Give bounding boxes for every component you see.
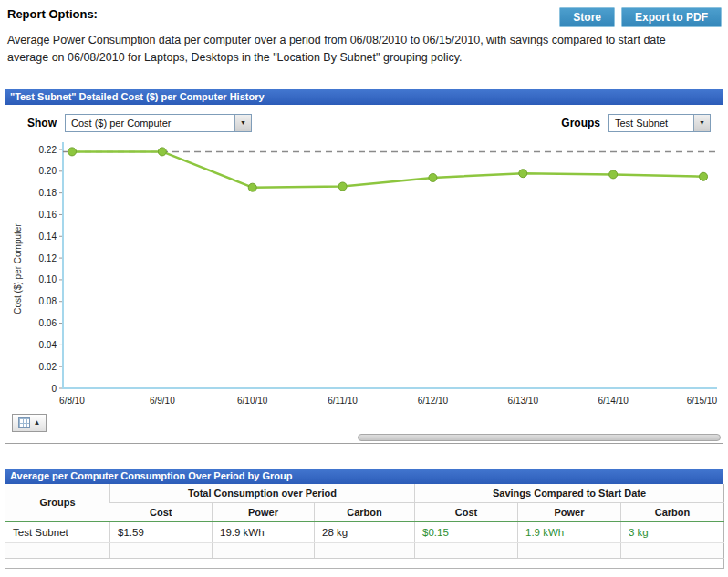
chart-horizontal-scrollbar[interactable] [358, 434, 721, 441]
svg-text:6/11/10: 6/11/10 [328, 396, 358, 406]
chevron-down-icon[interactable]: ▼ [693, 115, 710, 131]
table-icon [18, 417, 30, 428]
groups-column-header: Groups [5, 484, 110, 522]
table-header-row-groups: Groups Total Consumption over Period Sav… [5, 484, 724, 503]
svg-text:0.14: 0.14 [39, 232, 57, 242]
svg-text:6/14/10: 6/14/10 [598, 396, 629, 406]
savings-carbon-header: Carbon [621, 502, 724, 521]
show-select[interactable]: Cost ($) per Computer ▼ [65, 114, 252, 132]
savings-header: Savings Compared to Start Date [415, 484, 724, 503]
savings-cost-header: Cost [415, 502, 518, 521]
svg-text:6/9/10: 6/9/10 [150, 396, 175, 406]
consumption-summary-table: Groups Total Consumption over Period Sav… [5, 484, 724, 569]
report-page: Report Options: Store Export to PDF Aver… [0, 0, 728, 569]
table-bottom-strip [5, 558, 724, 568]
groups-label: Groups [561, 117, 600, 129]
chart-section-title: "Test Subnet" Detailed Cost ($) per Comp… [10, 91, 265, 102]
table-section-header: Average per Computer Consumption Over Pe… [5, 469, 723, 484]
groups-select-value: Test Subnet [609, 118, 693, 129]
svg-text:0.06: 0.06 [39, 318, 57, 328]
svg-text:Cost ($) per Computer: Cost ($) per Computer [13, 222, 23, 314]
total-carbon-header: Carbon [315, 502, 415, 521]
group-name-cell: Test Subnet [5, 521, 110, 542]
report-description: Average Power Consumption data per compu… [7, 32, 684, 67]
svg-text:6/12/10: 6/12/10 [418, 396, 449, 406]
groups-select[interactable]: Test Subnet ▼ [608, 114, 711, 132]
store-button[interactable]: Store [559, 7, 615, 27]
svg-text:0.20: 0.20 [39, 166, 57, 176]
show-label: Show [27, 117, 57, 129]
table-section-title: Average per Computer Consumption Over Pe… [10, 470, 292, 481]
total-cost-header: Cost [110, 502, 213, 521]
savings-carbon-cell: 3 kg [621, 521, 724, 542]
show-data-table-button[interactable]: ▲ [12, 414, 47, 432]
total-cost-cell: $1.59 [110, 521, 213, 542]
total-power-header: Power [213, 502, 315, 521]
table-row-empty [5, 542, 724, 558]
svg-text:0.16: 0.16 [39, 210, 57, 220]
triangle-up-icon: ▲ [34, 418, 41, 427]
svg-text:0.10: 0.10 [39, 274, 57, 284]
svg-text:0.02: 0.02 [39, 361, 57, 371]
svg-text:6/15/10: 6/15/10 [687, 396, 718, 406]
svg-text:0.04: 0.04 [39, 340, 57, 350]
show-select-value: Cost ($) per Computer [66, 118, 234, 129]
cost-per-computer-line-chart: 00.020.040.060.080.100.120.140.160.180.2… [6, 137, 723, 412]
savings-power-header: Power [518, 502, 621, 521]
export-to-pdf-button[interactable]: Export to PDF [621, 7, 722, 27]
top-action-buttons: Store Export to PDF [559, 7, 722, 27]
chart-controls: Show Cost ($) per Computer ▼ Groups Test… [5, 113, 723, 133]
report-options-area: Report Options: Store Export to PDF Aver… [5, 7, 723, 67]
chart-panel: Show Cost ($) per Computer ▼ Groups Test… [5, 105, 723, 444]
svg-text:6/8/10: 6/8/10 [59, 396, 85, 406]
total-carbon-cell: 28 kg [315, 521, 415, 542]
chevron-down-icon[interactable]: ▼ [234, 115, 251, 131]
svg-text:0.12: 0.12 [39, 252, 57, 263]
savings-cost-cell: $0.15 [415, 521, 518, 542]
svg-text:6/13/10: 6/13/10 [508, 396, 539, 406]
svg-text:6/10/10: 6/10/10 [237, 396, 268, 406]
table-header-row-metrics: Cost Power Carbon Cost Power Carbon [5, 502, 724, 521]
savings-power-cell: 1.9 kWh [518, 521, 621, 542]
svg-text:0.08: 0.08 [39, 296, 57, 306]
svg-text:0.18: 0.18 [39, 188, 57, 198]
svg-text:0.22: 0.22 [39, 144, 57, 154]
total-consumption-header: Total Consumption over Period [110, 484, 415, 503]
total-power-cell: 19.9 kWh [213, 521, 315, 542]
table-row: Test Subnet $1.59 19.9 kWh 28 kg $0.15 1… [5, 521, 724, 542]
chart-footer-controls: ▲ [12, 414, 47, 432]
svg-text:0: 0 [51, 383, 57, 393]
chart-section-header: "Test Subnet" Detailed Cost ($) per Comp… [5, 89, 723, 105]
